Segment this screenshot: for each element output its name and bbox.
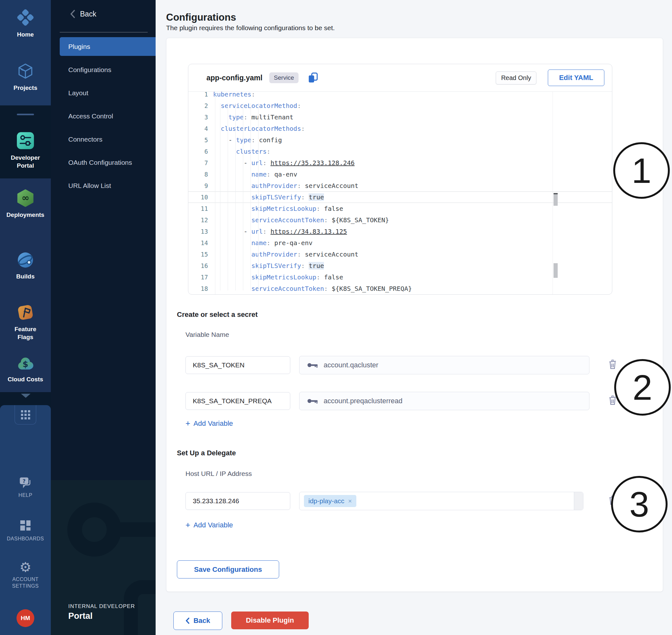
sidebar-item-cloud-costs[interactable]: $ Cloud Costs: [0, 356, 51, 383]
sidebar-divider: [17, 114, 34, 115]
page-title: Configurations: [166, 12, 236, 23]
brand-line1: INTERNAL DEVELOPER: [68, 603, 135, 610]
tag-input-strip: [574, 492, 583, 510]
host-url-input[interactable]: [186, 492, 290, 510]
plus-icon: +: [186, 418, 190, 428]
module-sidebar: Home Projects: [0, 0, 51, 635]
brand-line2: Portal: [68, 611, 135, 621]
add-variable-link[interactable]: + Add Variable: [186, 520, 233, 530]
edit-yaml-button[interactable]: Edit YAML: [548, 69, 604, 86]
delete-row-icon[interactable]: [608, 359, 619, 370]
menu-item-configurations[interactable]: Configurations: [51, 58, 156, 81]
plugin-menu: PluginsConfigurationsLayoutAccess Contro…: [51, 35, 156, 197]
line-number: 9: [188, 180, 213, 192]
plugin-nav-sidebar: Back PluginsConfigurationsLayoutAccess C…: [51, 0, 156, 635]
nav-divider: [60, 32, 148, 32]
svg-text:?: ?: [23, 478, 26, 484]
module-switcher-button[interactable]: [15, 405, 36, 424]
disable-plugin-button[interactable]: Disable Plugin: [231, 612, 309, 629]
back-button[interactable]: Back: [173, 612, 222, 630]
sidebar-item-label: Projects: [0, 84, 51, 92]
save-configurations-button[interactable]: Save Configurations: [177, 561, 279, 578]
line-number: 11: [188, 203, 213, 214]
line-number: 16: [188, 260, 213, 271]
line-number: 17: [188, 271, 213, 283]
secret-select[interactable]: account.qacluster: [299, 356, 589, 374]
line-number: 4: [188, 123, 213, 134]
dashboards-icon: [0, 520, 51, 533]
user-avatar[interactable]: HM: [17, 609, 34, 627]
secret-select[interactable]: account.preqaclusterread: [299, 392, 589, 410]
sidebar-item-dashboards[interactable]: DASHBOARDS: [0, 520, 51, 542]
scrollbar-thumb[interactable]: [554, 263, 558, 278]
sidebar-item-deployments[interactable]: ∞ Deployments: [0, 189, 51, 219]
scroll-track-edge: [552, 92, 553, 294]
sidebar-item-developer-portal[interactable]: Developer Portal: [0, 131, 51, 170]
annotation-circle-1: 1: [613, 142, 670, 199]
add-variable-link[interactable]: + Add Variable: [186, 418, 233, 428]
menu-item-plugins[interactable]: Plugins: [60, 37, 156, 56]
copy-icon[interactable]: [307, 72, 319, 84]
menu-item-url-allow-list[interactable]: URL Allow List: [51, 174, 156, 197]
developer-portal-icon: [0, 131, 51, 150]
sidebar-item-label: DASHBOARDS: [0, 535, 51, 542]
key-icon: [307, 362, 319, 369]
svg-text:∞: ∞: [22, 192, 29, 203]
sidebar-collapse-chevron-icon[interactable]: [21, 394, 30, 398]
secret-value: account.preqaclusterread: [324, 397, 403, 405]
help-icon: ?: [0, 477, 51, 489]
yaml-filename: app-config.yaml: [207, 74, 262, 82]
line-number: 3: [188, 111, 213, 123]
read-only-button[interactable]: Read Only: [496, 71, 537, 85]
scrollbar-thumb[interactable]: [554, 193, 558, 206]
menu-item-layout[interactable]: Layout: [51, 81, 156, 105]
sidebar-item-label: Feature Flags: [7, 325, 44, 341]
sidebar-item-home[interactable]: Home: [0, 8, 51, 38]
back-nav-label: Back: [80, 10, 96, 18]
sidebar-item-builds[interactable]: Builds: [0, 251, 51, 280]
line-number: 12: [188, 214, 213, 226]
sidebar-item-account-settings[interactable]: ⚙ ACCOUNT SETTINGS: [0, 561, 51, 589]
line-number: 18: [188, 283, 213, 294]
page-subtitle: The plugin requires the following config…: [166, 24, 335, 32]
builds-icon: [0, 251, 51, 269]
line-number: 1: [188, 92, 213, 100]
decorative-bar: [116, 522, 156, 537]
line-number: 14: [188, 237, 213, 248]
gear-icon: ⚙: [0, 561, 51, 573]
line-number: 5: [188, 134, 213, 146]
secret-section-heading: Create or select a secret: [177, 310, 258, 319]
menu-item-connectors[interactable]: Connectors: [51, 128, 156, 151]
key-icon: [307, 397, 319, 404]
sidebar-art-panel: INTERNAL DEVELOPER Portal: [51, 480, 156, 635]
decorative-ring: [67, 503, 121, 556]
delegate-tag: idp-play-acc ×: [304, 495, 356, 507]
menu-item-access-control[interactable]: Access Control: [51, 105, 156, 128]
yaml-code-area[interactable]: 1kubernetes:2 serviceLocatorMethod:3 typ…: [188, 92, 612, 294]
deployments-icon: ∞: [0, 189, 51, 207]
remove-tag-icon[interactable]: ×: [348, 498, 352, 505]
host-url-label: Host URL / IP Address: [186, 470, 252, 478]
delegate-tags-input[interactable]: idp-play-acc ×: [299, 492, 583, 510]
variable-name-input[interactable]: [186, 356, 290, 374]
line-text: kubernetes:: [213, 92, 255, 100]
cloud-costs-icon: $: [0, 356, 51, 371]
projects-icon: [0, 62, 51, 80]
add-variable-label: Add Variable: [193, 521, 233, 529]
back-button-label: Back: [193, 617, 210, 625]
line-number: 2: [188, 100, 213, 111]
sidebar-item-label: HELP: [0, 492, 51, 499]
menu-item-oauth-configurations[interactable]: OAuth Configurations: [51, 151, 156, 174]
line-number: 6: [188, 146, 213, 157]
sidebar-item-feature-flags[interactable]: Feature Flags: [0, 304, 51, 341]
indent-guides: [220, 103, 259, 290]
delegate-section-heading: Set Up a Delegate: [177, 449, 236, 457]
sidebar-item-help[interactable]: ? HELP: [0, 477, 51, 499]
sidebar-bottom-panel: ? HELP DASHBOARDS ⚙ ACCOUNT SETTINGS: [0, 405, 51, 635]
back-nav[interactable]: Back: [70, 9, 96, 18]
yaml-editor: app-config.yaml Service Read Only Edit Y…: [188, 64, 612, 294]
grid-icon: [21, 410, 30, 419]
variable-name-input[interactable]: [186, 392, 290, 410]
brand-block: INTERNAL DEVELOPER Portal: [68, 603, 135, 621]
sidebar-item-projects[interactable]: Projects: [0, 62, 51, 92]
